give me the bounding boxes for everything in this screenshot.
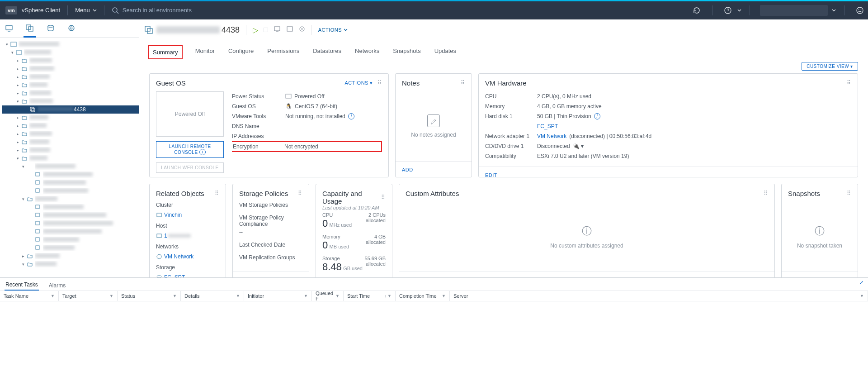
chevron-down-icon[interactable] bbox=[736, 9, 742, 12]
tab-networks[interactable]: Networks bbox=[354, 48, 380, 59]
tree-datacenter[interactable]: ▾ bbox=[2, 48, 139, 57]
drag-handle-icon[interactable]: ⠿ bbox=[764, 190, 768, 196]
tree-vm[interactable] bbox=[2, 179, 139, 187]
col-target[interactable]: Target▼ bbox=[59, 291, 118, 301]
customize-view-button[interactable]: CUSTOMIZE VIEW ▾ bbox=[802, 62, 858, 71]
drag-handle-icon[interactable]: ⠿ bbox=[461, 80, 465, 86]
drag-handle-icon[interactable]: ⠿ bbox=[215, 190, 219, 196]
power-off-icon[interactable]: □ bbox=[264, 26, 268, 34]
power-on-icon[interactable]: ▷ bbox=[253, 26, 258, 34]
smiley-button[interactable] bbox=[852, 6, 868, 14]
console-thumbnail[interactable]: Powered Off bbox=[156, 91, 224, 137]
tree-folder[interactable]: ▾ bbox=[2, 195, 139, 203]
tree-folder[interactable]: ▾ bbox=[2, 154, 139, 162]
col-status[interactable]: Status▼ bbox=[118, 291, 181, 301]
datastore-link[interactable]: FC_SPT bbox=[164, 274, 185, 277]
card-title: Notes bbox=[402, 79, 420, 87]
vm-title: 4438 bbox=[156, 25, 240, 35]
menu-dropdown[interactable]: Menu bbox=[75, 7, 97, 14]
chevron-down-icon[interactable] bbox=[830, 9, 837, 12]
tab-datastores[interactable]: Datastores bbox=[312, 48, 342, 59]
add-note-button[interactable]: ADD bbox=[402, 167, 413, 172]
drag-handle-icon[interactable]: ⠿ bbox=[847, 190, 851, 196]
tab-recent-tasks[interactable]: Recent Tasks bbox=[5, 281, 39, 291]
tab-alarms[interactable]: Alarms bbox=[48, 282, 66, 291]
tree-vm[interactable] bbox=[2, 228, 139, 236]
svg-point-0 bbox=[113, 8, 117, 12]
storage-view-icon[interactable] bbox=[46, 24, 55, 33]
tree-folder[interactable]: ▸ bbox=[2, 65, 139, 73]
col-task-name[interactable]: Task Name▼ bbox=[0, 291, 59, 301]
tree-vm[interactable] bbox=[2, 171, 139, 179]
tree-folder[interactable]: ▸ bbox=[2, 89, 139, 97]
network-view-icon[interactable] bbox=[67, 24, 76, 33]
drag-handle-icon[interactable]: ⠿ bbox=[381, 194, 386, 200]
tree-vm[interactable] bbox=[2, 203, 139, 211]
refresh-button[interactable] bbox=[689, 6, 705, 14]
tree-folder[interactable]: ▸ bbox=[2, 138, 139, 146]
drag-handle-icon[interactable]: ⠿ bbox=[298, 190, 302, 196]
col-completion[interactable]: Completion Time▼ bbox=[396, 291, 450, 301]
app-title: vSphere Client bbox=[22, 7, 60, 14]
host-link[interactable]: 1 bbox=[164, 233, 191, 239]
tab-snapshots[interactable]: Snapshots bbox=[392, 48, 421, 59]
tree-folder[interactable]: ▸ bbox=[2, 252, 139, 260]
drag-handle-icon[interactable]: ⠿ bbox=[847, 80, 851, 86]
hosts-view-icon[interactable] bbox=[5, 24, 14, 33]
tree-folder[interactable]: ▸ bbox=[2, 114, 139, 122]
launch-console-icon[interactable] bbox=[286, 26, 293, 34]
actions-dropdown[interactable]: ACTIONS bbox=[318, 27, 348, 33]
network-link[interactable]: VM Network bbox=[537, 133, 566, 139]
col-start-time[interactable]: Start Time↓ ▼ bbox=[344, 291, 396, 301]
snapshots-card: Snapshots⠿ ⓘ No snapshot taken MANAGE bbox=[781, 184, 858, 277]
tree-vm[interactable] bbox=[2, 219, 139, 228]
tab-monitor[interactable]: Monitor bbox=[194, 48, 216, 59]
tab-summary[interactable]: Summary bbox=[148, 45, 183, 59]
network-link[interactable]: VM Network bbox=[164, 253, 193, 260]
tab-configure[interactable]: Configure bbox=[227, 48, 255, 59]
tab-updates[interactable]: Updates bbox=[434, 48, 457, 59]
col-server[interactable]: Server▼ bbox=[450, 291, 868, 301]
vms-view-icon[interactable] bbox=[25, 24, 34, 33]
tree-folder[interactable]: ▸ bbox=[2, 146, 139, 154]
tree-folder[interactable]: ▾ bbox=[2, 260, 139, 268]
svg-point-5 bbox=[861, 9, 862, 10]
connect-icon[interactable]: 🔌 ▾ bbox=[573, 143, 584, 149]
folder-icon bbox=[21, 91, 28, 95]
tree-folder[interactable]: ▸ bbox=[2, 122, 139, 130]
tree-root[interactable]: ▾ bbox=[2, 40, 139, 48]
inventory-tree[interactable]: ▾ ▾ ▸ ▸ ▸ ▸ ▸ ▾ 4438 ▸ ▸ ▸ ▸ ▸ ▾ ▾ ▾ bbox=[0, 38, 139, 277]
edit-hardware-button[interactable]: EDIT bbox=[485, 172, 497, 178]
help-button[interactable]: ? bbox=[720, 6, 736, 14]
tree-vm[interactable] bbox=[2, 211, 139, 219]
svg-rect-30 bbox=[286, 94, 291, 98]
launch-remote-console-button[interactable]: LAUNCH REMOTE CONSOLE i bbox=[156, 141, 224, 158]
tree-folder[interactable]: ▸ bbox=[2, 130, 139, 138]
settings-icon[interactable] bbox=[299, 26, 305, 34]
drag-handle-icon[interactable]: ⠿ bbox=[377, 80, 382, 86]
col-initiator[interactable]: Initiator▼ bbox=[244, 291, 312, 301]
tree-vm-selected[interactable]: 4438 bbox=[2, 105, 139, 114]
tree-folder[interactable]: ▾ bbox=[2, 162, 139, 171]
card-title: Capacity and Usage bbox=[322, 190, 381, 205]
col-queued[interactable]: Queued F▼ bbox=[312, 291, 344, 301]
user-menu[interactable] bbox=[760, 5, 828, 16]
suspend-icon[interactable] bbox=[274, 26, 281, 34]
global-search[interactable]: Search in all environments bbox=[112, 7, 192, 14]
tree-vm[interactable] bbox=[2, 187, 139, 195]
tree-folder[interactable]: ▸ bbox=[2, 57, 139, 65]
guest-os-actions[interactable]: ACTIONS ▾ bbox=[345, 80, 373, 86]
tree-folder[interactable]: ▸ bbox=[2, 73, 139, 81]
tree-vm[interactable] bbox=[2, 236, 139, 244]
expand-panel-icon[interactable]: ⤢ bbox=[859, 280, 863, 286]
datastore-link[interactable]: FC_SPT bbox=[537, 123, 558, 129]
tab-permissions[interactable]: Permissions bbox=[266, 48, 300, 59]
host-icon bbox=[156, 233, 164, 238]
svg-rect-23 bbox=[36, 246, 39, 249]
tree-vm[interactable] bbox=[2, 244, 139, 252]
global-header: vm vSphere Client Menu Search in all env… bbox=[0, 1, 868, 19]
cluster-link[interactable]: Vinchin bbox=[164, 212, 182, 218]
tree-folder[interactable]: ▸ bbox=[2, 81, 139, 89]
col-details[interactable]: Details▼ bbox=[181, 291, 244, 301]
tree-folder[interactable]: ▾ bbox=[2, 97, 139, 105]
